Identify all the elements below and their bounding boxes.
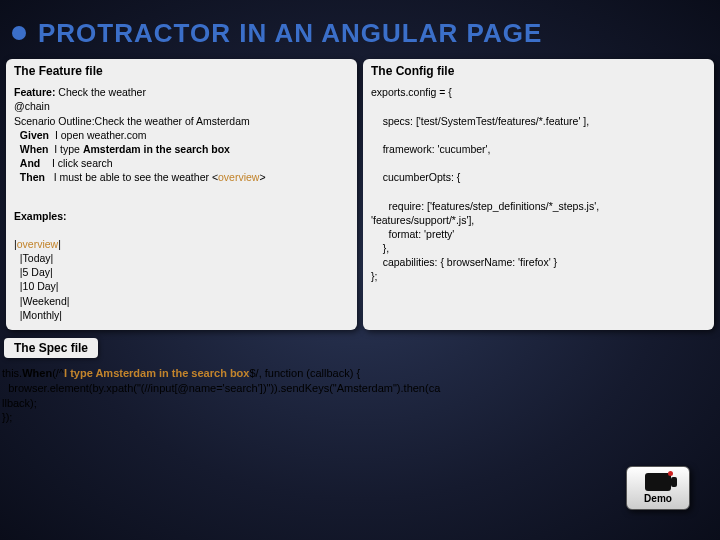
page-title: PROTRACTOR IN AN ANGULAR PAGE [0, 0, 720, 59]
spec-after2: $/, function (callback) { [249, 367, 360, 379]
given-text: I open weather.com [55, 129, 147, 141]
feature-kw: Feature: [14, 86, 55, 98]
feature-heading: The Feature file [14, 63, 349, 79]
feature-tag: @chain [14, 100, 50, 112]
spec-body: this.When(/^I type Amsterdam in the sear… [0, 362, 720, 425]
demo-label: Demo [644, 493, 672, 504]
ex-4: |Weekend| [14, 295, 69, 307]
scenario-line: Scenario Outline:Check the weather of Am… [14, 115, 250, 127]
ex-0b: overview [17, 238, 58, 250]
ex-0c: | [58, 238, 61, 250]
camera-icon [645, 473, 671, 491]
ex-2: |5 Day| [14, 266, 53, 278]
two-column-layout: The Feature file Feature: Check the weat… [0, 59, 720, 330]
ex-1: |Today| [14, 252, 53, 264]
cfg-l5: require: ['features/step_definitions/*_s… [371, 200, 599, 212]
spec-body-line2: llback); [2, 397, 37, 409]
bullet-icon [12, 26, 26, 40]
cfg-l2: specs: ['test/SystemTest/features/*.feat… [371, 115, 589, 127]
and-text: I click search [52, 157, 113, 169]
feature-body: Feature: Check the weather @chain Scenar… [14, 85, 349, 322]
spec-body-line: browser.element(by.xpath("(//input[@name… [2, 382, 440, 394]
cfg-l6: 'features/support/*.js'], [371, 214, 474, 226]
then-ov: overview [218, 171, 259, 183]
spec-close: }); [2, 411, 12, 423]
cfg-l4: cucumberOpts: { [371, 171, 460, 183]
title-text: PROTRACTOR IN AN ANGULAR PAGE [38, 18, 542, 48]
feature-file-panel: The Feature file Feature: Check the weat… [6, 59, 357, 330]
when-text1: I type [54, 143, 83, 155]
cfg-l8: }, [371, 242, 389, 254]
then-kw: Then [20, 171, 45, 183]
spec-after1: (/^ [52, 367, 64, 379]
feature-text: Check the weather [55, 86, 145, 98]
ex-5: |Monthly| [14, 309, 62, 321]
spec-heading: The Spec file [4, 338, 98, 358]
then-text1: I must be able to see the weather < [54, 171, 218, 183]
cfg-l10: }; [371, 270, 377, 282]
cfg-l1: exports.config = { [371, 86, 452, 98]
spec-itype: I type Amsterdam in the search box [64, 367, 249, 379]
then-text2: > [259, 171, 265, 183]
config-heading: The Config file [371, 63, 706, 79]
demo-button[interactable]: Demo [626, 466, 690, 510]
spec-pre: this. [2, 367, 22, 379]
ex-3: |10 Day| [14, 280, 59, 292]
and-kw: And [20, 157, 40, 169]
when-kw: When [20, 143, 49, 155]
cfg-l3: framework: 'cucumber', [371, 143, 491, 155]
given-kw: Given [20, 129, 49, 141]
cfg-l7: format: 'pretty' [371, 228, 454, 240]
cfg-l9: capabilities: { browserName: 'firefox' } [371, 256, 557, 268]
examples-heading: Examples: [14, 209, 349, 223]
when-bold: Amsterdam in the search box [83, 143, 230, 155]
spec-when: When [22, 367, 52, 379]
config-file-panel: The Config file exports.config = { specs… [363, 59, 714, 330]
config-body: exports.config = { specs: ['test/SystemT… [371, 85, 706, 283]
